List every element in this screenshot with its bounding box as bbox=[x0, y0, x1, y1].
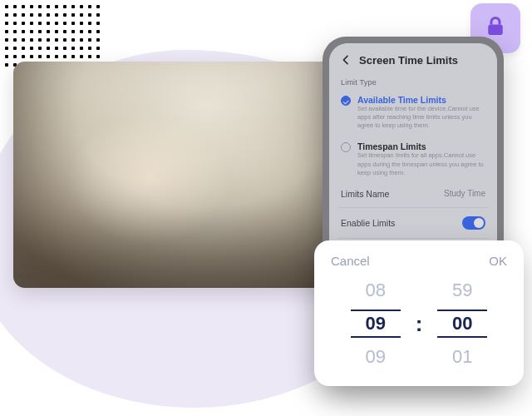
limits-name-row[interactable]: Limits Name Study Time bbox=[329, 181, 497, 207]
enable-limits-row[interactable]: Enablie Limits bbox=[329, 208, 497, 238]
hour-prev: 08 bbox=[351, 276, 401, 305]
time-picker: Cancel OK 08 09 09 : 59 00 01 bbox=[314, 240, 524, 386]
limits-name-value: Study Time bbox=[444, 189, 485, 198]
back-icon[interactable] bbox=[339, 53, 352, 67]
time-colon: : bbox=[416, 311, 423, 337]
svg-rect-0 bbox=[488, 25, 503, 36]
screen-title: Screen Time Limits bbox=[359, 54, 458, 67]
option-timespan-limits[interactable]: Timespan Limits Set timespan limits for … bbox=[341, 138, 485, 178]
radio-checked-icon bbox=[341, 96, 351, 106]
enable-limits-label: Enablie Limits bbox=[341, 218, 395, 228]
hours-column[interactable]: 08 09 09 bbox=[351, 276, 401, 371]
minute-next: 01 bbox=[437, 343, 487, 371]
ok-button[interactable]: OK bbox=[489, 254, 507, 268]
option-timespan-title: Timespan Limits bbox=[357, 141, 485, 151]
radio-unchecked-icon bbox=[341, 142, 351, 152]
minute-selected: 00 bbox=[437, 310, 487, 338]
option-available-time-limits[interactable]: Available Time Limits Set available time… bbox=[341, 92, 485, 131]
limits-name-label: Limits Name bbox=[341, 189, 389, 199]
time-wheel[interactable]: 08 09 09 : 59 00 01 bbox=[331, 276, 507, 371]
minutes-column[interactable]: 59 00 01 bbox=[437, 276, 487, 371]
hour-selected: 09 bbox=[351, 310, 401, 338]
cancel-button[interactable]: Cancel bbox=[331, 254, 370, 268]
option-timespan-desc: Set timespan limits for all apps.Cannot … bbox=[357, 151, 485, 176]
hero-photo bbox=[13, 62, 336, 288]
option-available-title: Available Time Limits bbox=[357, 95, 485, 105]
screen-header: Screen Time Limits bbox=[329, 43, 497, 73]
hour-next: 09 bbox=[351, 343, 401, 371]
enable-limits-toggle[interactable] bbox=[462, 216, 485, 230]
minute-prev: 59 bbox=[437, 276, 487, 305]
option-available-desc: Set available time for the device.Cannot… bbox=[357, 105, 485, 130]
limit-type-label: Limit Type bbox=[341, 78, 485, 87]
limit-type-section: Limit Type Available Time Limits Set ava… bbox=[329, 73, 497, 181]
